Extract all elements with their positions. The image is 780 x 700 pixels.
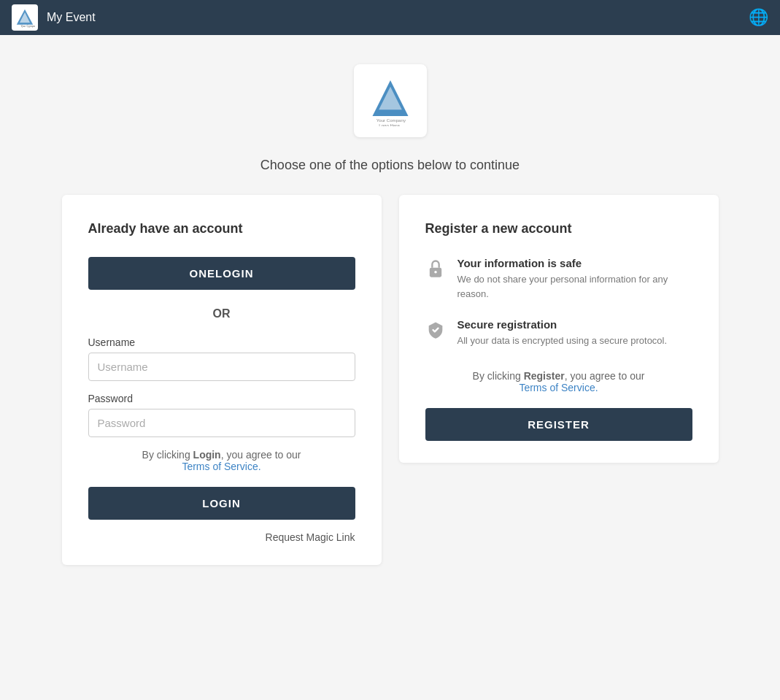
feature-safe-text: Your information is safe We do not share… bbox=[457, 257, 692, 301]
login-card: Already have an account ONELOGIN OR User… bbox=[62, 195, 382, 565]
page-subtitle: Choose one of the options below to conti… bbox=[260, 158, 520, 173]
register-card: Register a new account Your information … bbox=[399, 195, 719, 463]
feature-safe-desc: We do not share your personal informatio… bbox=[457, 272, 692, 301]
svg-text:Logo Here: Logo Here bbox=[379, 123, 400, 126]
register-action-word: Register bbox=[524, 370, 565, 382]
svg-text:Your Company: Your Company bbox=[376, 118, 406, 123]
magic-link: Request Magic Link bbox=[88, 531, 355, 543]
lock-icon bbox=[425, 258, 446, 282]
main-content: Your Company Logo Here Choose one of the… bbox=[0, 35, 780, 594]
or-divider: OR bbox=[88, 307, 355, 320]
shield-icon bbox=[425, 320, 446, 343]
login-terms-text: By clicking Login, you agree to our Term… bbox=[88, 449, 355, 472]
nav-logo: Your Company Logo Here bbox=[12, 4, 38, 31]
navbar-left: Your Company Logo Here My Event bbox=[12, 4, 96, 31]
login-button[interactable]: LOGIN bbox=[88, 487, 355, 520]
globe-icon[interactable]: 🌐 bbox=[749, 8, 768, 27]
feature-safe: Your information is safe We do not share… bbox=[425, 257, 692, 301]
username-label: Username bbox=[88, 336, 355, 348]
cards-row: Already have an account ONELOGIN OR User… bbox=[62, 195, 719, 565]
login-action-word: Login bbox=[193, 449, 221, 461]
svg-point-9 bbox=[434, 271, 437, 274]
login-card-heading: Already have an account bbox=[88, 221, 355, 236]
feature-secure-title: Secure registration bbox=[457, 318, 668, 331]
register-terms-text: By clicking Register, you agree to our T… bbox=[425, 370, 692, 393]
register-button[interactable]: REGISTER bbox=[425, 408, 692, 441]
feature-secure-text: Secure registration All your data is enc… bbox=[457, 318, 668, 348]
svg-text:Logo Here: Logo Here bbox=[22, 27, 34, 28]
magic-link-anchor[interactable]: Request Magic Link bbox=[266, 531, 355, 543]
navbar: Your Company Logo Here My Event 🌐 bbox=[0, 0, 780, 35]
username-input[interactable] bbox=[88, 353, 355, 381]
feature-secure: Secure registration All your data is enc… bbox=[425, 318, 692, 348]
password-input[interactable] bbox=[88, 409, 355, 437]
security-features: Your information is safe We do not share… bbox=[425, 257, 692, 348]
onelogin-button[interactable]: ONELOGIN bbox=[88, 257, 355, 290]
login-terms-link[interactable]: Terms of Service. bbox=[182, 461, 260, 472]
feature-safe-title: Your information is safe bbox=[457, 257, 692, 269]
register-card-heading: Register a new account bbox=[425, 221, 692, 236]
feature-secure-desc: All your data is encrypted using a secur… bbox=[457, 334, 668, 348]
company-logo: Your Company Logo Here bbox=[354, 64, 427, 137]
password-label: Password bbox=[88, 393, 355, 404]
navbar-title: My Event bbox=[47, 11, 96, 24]
register-terms-link[interactable]: Terms of Service. bbox=[519, 382, 598, 393]
